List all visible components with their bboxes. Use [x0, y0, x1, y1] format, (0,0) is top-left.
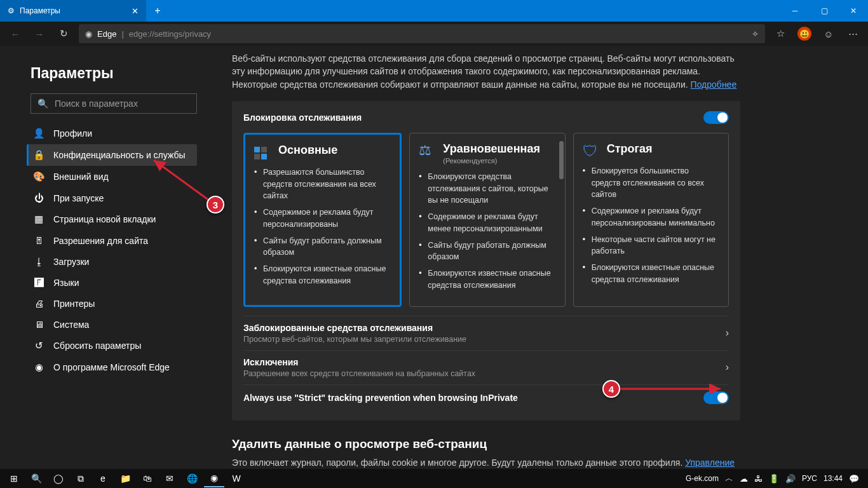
- strict-inprivate-row: Always use "Strict" tracking prevention …: [243, 384, 729, 410]
- tracking-section: Блокировка отслеживания Основные Разреша…: [232, 101, 740, 421]
- sidebar-item-downloads[interactable]: ⭳Загрузки: [27, 251, 197, 272]
- site-identity: Edge: [97, 29, 116, 39]
- refresh-button[interactable]: ↻: [52, 24, 75, 44]
- blocked-trackers-row[interactable]: Заблокированные средства отслеживания Пр…: [243, 316, 729, 350]
- settings-sidebar: Параметры 🔍 Поиск в параметрах 👤Профили …: [0, 46, 219, 469]
- sidebar-item-startup[interactable]: ⏻При запуске: [27, 187, 197, 208]
- menu-button[interactable]: ⋯: [841, 24, 864, 44]
- strict-inprivate-toggle[interactable]: [703, 391, 729, 404]
- minimize-button[interactable]: ─: [780, 0, 810, 22]
- reader-icon[interactable]: ✧: [752, 29, 759, 39]
- sidebar-item-about[interactable]: ◉О программе Microsoft Edge: [27, 356, 197, 378]
- battery-icon[interactable]: 🔋: [769, 474, 779, 484]
- sidebar-item-reset[interactable]: ↺Сбросить параметры: [27, 335, 197, 356]
- edge-icon: ◉: [33, 362, 44, 373]
- address-bar[interactable]: ◉ Edge | edge://settings/privacy ✧: [79, 24, 765, 43]
- taskview-button[interactable]: ⧉: [71, 470, 91, 487]
- notifications-icon[interactable]: 💬: [849, 474, 859, 484]
- sidebar-item-printers[interactable]: 🖨Принтеры: [27, 293, 197, 314]
- edge-logo-icon: ◉: [85, 29, 92, 39]
- tracking-card-strict[interactable]: 🛡 Строгая Блокируется большинство средст…: [573, 133, 729, 307]
- back-button[interactable]: ←: [4, 24, 27, 44]
- network-icon[interactable]: 🖧: [754, 474, 763, 484]
- chevron-up-icon[interactable]: ︿: [725, 473, 733, 484]
- new-tab-button[interactable]: +: [146, 0, 169, 22]
- clear-data-text: Это включает журнал, пароли, файлы cooki…: [232, 458, 740, 468]
- sidebar-item-permissions[interactable]: 🎚Разрешения для сайта: [27, 230, 197, 251]
- annotation-4: 4: [602, 380, 620, 398]
- favorites-button[interactable]: ☆: [769, 24, 792, 44]
- tracking-card-balanced[interactable]: ⚖ Уравновешенная (Рекомендуется) Блокиру…: [409, 133, 565, 307]
- basic-bullets: Разрешаются большинство средств отслежив…: [254, 166, 391, 287]
- cortana-button[interactable]: ◯: [48, 470, 69, 487]
- gear-icon: ⚙: [8, 6, 15, 15]
- profile-button[interactable]: 😃: [793, 24, 816, 44]
- taskbar-edge[interactable]: ◉: [204, 470, 224, 487]
- taskbar-word[interactable]: W: [226, 470, 247, 487]
- strict-bullets: Блокируется большинство средств отслежив…: [583, 165, 719, 286]
- paint-icon: 🎨: [33, 171, 44, 182]
- tray-clock[interactable]: 13:44: [824, 474, 843, 483]
- volume-icon[interactable]: 🔊: [785, 474, 796, 484]
- download-icon: ⭳: [33, 256, 44, 267]
- search-icon: 🔍: [37, 98, 48, 109]
- lock-icon: 🔒: [33, 149, 44, 161]
- maximize-button[interactable]: ▢: [810, 0, 839, 22]
- browser-tab[interactable]: ⚙ Параметры ✕: [0, 0, 146, 22]
- language-icon: 🅵: [33, 277, 44, 288]
- chevron-right-icon: ›: [726, 362, 729, 373]
- tray-site: G-ek.com: [686, 474, 719, 483]
- scrollbar-thumb[interactable]: [559, 141, 564, 179]
- exceptions-row[interactable]: Исключения Разрешение всех средств отсле…: [243, 350, 729, 384]
- search-button[interactable]: 🔍: [26, 470, 46, 487]
- sidebar-item-privacy[interactable]: 🔒Конфиденциальность и службы: [27, 144, 197, 166]
- window-controls: ─ ▢ ✕: [780, 0, 868, 22]
- tune-icon: 🎚: [33, 235, 44, 246]
- page-title: Параметры: [31, 65, 204, 82]
- feedback-button[interactable]: ☺: [817, 24, 840, 44]
- url-text: edge://settings/privacy: [129, 29, 211, 39]
- section-title: Блокировка отслеживания: [243, 112, 362, 123]
- sidebar-item-languages[interactable]: 🅵Языки: [27, 272, 197, 293]
- taskbar-edge-legacy[interactable]: e: [93, 470, 113, 487]
- tracking-card-basic[interactable]: Основные Разрешаются большинство средств…: [243, 133, 402, 307]
- reset-icon: ↺: [33, 340, 44, 351]
- taskbar-store[interactable]: 🛍: [137, 470, 158, 487]
- close-tab-icon[interactable]: ✕: [132, 6, 139, 16]
- tray-lang[interactable]: РУС: [802, 474, 817, 483]
- basic-icon: [254, 144, 271, 160]
- tracking-toggle[interactable]: [703, 111, 729, 124]
- chevron-right-icon: ›: [726, 327, 729, 339]
- settings-main: Веб-сайты используют средства отслеживан…: [219, 46, 868, 469]
- taskbar-explorer[interactable]: 📁: [115, 470, 135, 487]
- browser-toolbar: ← → ↻ ◉ Edge | edge://settings/privacy ✧…: [0, 22, 868, 46]
- annotation-3: 3: [207, 196, 224, 214]
- taskbar-mail[interactable]: ✉: [159, 470, 180, 487]
- balanced-bullets: Блокируются средства отслеживания с сайт…: [419, 171, 555, 292]
- clear-data-heading: Удалить данные о просмотре веб-страниц: [232, 437, 843, 451]
- search-input[interactable]: 🔍 Поиск в параметрах: [31, 93, 197, 114]
- grid-icon: ▦: [33, 214, 44, 225]
- manage-link[interactable]: Управление: [685, 458, 735, 468]
- sidebar-item-system[interactable]: 🖥Система: [27, 314, 197, 335]
- sidebar-item-newtab[interactable]: ▦Страница новой вкладки: [27, 208, 197, 230]
- search-placeholder: Поиск в параметрах: [55, 98, 138, 109]
- close-window-button[interactable]: ✕: [839, 0, 868, 22]
- start-button[interactable]: ⊞: [4, 470, 24, 487]
- person-icon: 👤: [33, 128, 44, 139]
- window-titlebar: ⚙ Параметры ✕ + ─ ▢ ✕: [0, 0, 868, 22]
- sidebar-item-appearance[interactable]: 🎨Внешний вид: [27, 166, 197, 187]
- scale-icon: ⚖: [419, 142, 435, 159]
- system-tray: G-ek.com ︿ ☁ 🖧 🔋 🔊 РУС 13:44 💬: [686, 473, 864, 484]
- intro-text: Веб-сайты используют средства отслеживан…: [232, 52, 747, 91]
- printer-icon: 🖨: [33, 298, 44, 309]
- onedrive-icon[interactable]: ☁: [740, 474, 748, 484]
- taskbar-chrome[interactable]: 🌐: [182, 470, 202, 487]
- monitor-icon: 🖥: [33, 319, 44, 330]
- sidebar-item-profiles[interactable]: 👤Профили: [27, 123, 197, 144]
- forward-button[interactable]: →: [28, 24, 51, 44]
- power-icon: ⏻: [33, 193, 44, 203]
- learn-more-link[interactable]: Подробнее: [691, 79, 737, 90]
- windows-taskbar: ⊞ 🔍 ◯ ⧉ e 📁 🛍 ✉ 🌐 ◉ W G-ek.com ︿ ☁ 🖧 🔋 🔊…: [0, 469, 868, 488]
- shield-icon: 🛡: [583, 142, 599, 159]
